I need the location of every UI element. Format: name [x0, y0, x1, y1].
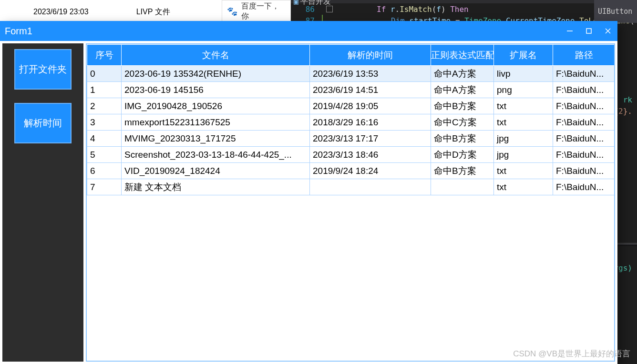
header-filename[interactable]: 文件名 — [122, 45, 310, 66]
cell[interactable]: 2 — [87, 98, 122, 114]
cell[interactable]: 2019/4/28 19:05 — [310, 98, 431, 114]
cell[interactable]: F:\BaiduN... — [553, 82, 615, 98]
header-ext[interactable]: 扩展名 — [494, 45, 553, 66]
cell[interactable]: MVIMG_20230313_171725 — [122, 131, 310, 147]
cell[interactable]: txt — [494, 114, 553, 131]
cell[interactable]: livp — [494, 66, 553, 82]
cell[interactable]: jpg — [494, 131, 553, 147]
cell[interactable]: 0 — [87, 66, 122, 82]
cell[interactable]: Screenshot_2023-03-13-18-46-44-425_... — [122, 147, 310, 163]
cell[interactable]: 命中A方案 — [431, 66, 494, 82]
cell[interactable]: 4 — [87, 131, 122, 147]
header-regex-result[interactable]: 正则表达式匹配结果 — [431, 45, 494, 66]
cell[interactable] — [431, 179, 494, 195]
cell[interactable]: 命中A方案 — [431, 82, 494, 98]
cell[interactable]: 2023/3/13 17:17 — [310, 131, 431, 147]
ide-control-fragment: UIButton — [594, 0, 637, 23]
cell[interactable]: 6 — [87, 163, 122, 179]
table-row[interactable]: 4MVIMG_20230313_1717252023/3/13 17:17命中B… — [87, 131, 615, 147]
cell[interactable]: 命中D方案 — [431, 147, 494, 163]
cell[interactable]: 新建 文本文档 — [122, 179, 310, 195]
cell[interactable]: 1 — [87, 82, 122, 98]
table-row[interactable]: 2IMG_20190428_1905262019/4/28 19:05命中B方案… — [87, 98, 615, 114]
browser-tab-fragment: 🐾 百度一下，你 — [222, 0, 291, 23]
cell[interactable]: F:\BaiduN... — [553, 114, 615, 131]
form-body: 打开文件夹 解析时间 序号 文件名 解析的时间 正则表达式匹配结果 扩展名 路径 — [0, 41, 617, 364]
cell[interactable]: 命中B方案 — [431, 163, 494, 179]
cell[interactable]: 命中B方案 — [431, 98, 494, 114]
cell[interactable]: F:\BaiduN... — [553, 179, 615, 195]
cell[interactable]: F:\BaiduN... — [553, 131, 615, 147]
browser-tab-text: 百度一下，你 — [241, 1, 286, 21]
open-folder-button[interactable]: 打开文件夹 — [14, 49, 72, 90]
maximize-icon — [586, 28, 592, 34]
form1-window: Form1 打开文件夹 解析时间 序号 文件名 — [0, 21, 617, 364]
cell[interactable]: 2018/3/29 16:16 — [310, 114, 431, 131]
header-path[interactable]: 路径 — [553, 45, 615, 66]
table-row[interactable]: 6VID_20190924_1824242019/9/24 18:24命中B方案… — [87, 163, 615, 179]
header-row: 序号 文件名 解析的时间 正则表达式匹配结果 扩展名 路径 — [87, 45, 615, 66]
cell[interactable]: 2023/6/19 14:51 — [310, 82, 431, 98]
baidu-paw-icon: 🐾 — [227, 6, 237, 17]
table-row[interactable]: 5Screenshot_2023-03-13-18-46-44-425_...2… — [87, 147, 615, 163]
cell[interactable]: 2023/3/13 18:46 — [310, 147, 431, 163]
cell[interactable]: mmexport1522311367525 — [122, 114, 310, 131]
table-row[interactable]: 12023-06-19 1451562023/6/19 14:51命中A方案pn… — [87, 82, 615, 98]
cell[interactable]: 2019/9/24 18:24 — [310, 163, 431, 179]
header-index[interactable]: 序号 — [87, 45, 122, 66]
cell[interactable]: 7 — [87, 179, 122, 195]
cell[interactable]: F:\BaiduN... — [553, 163, 615, 179]
table-row[interactable]: 02023-06-19 135342(RENHE)2023/6/19 13:53… — [87, 66, 615, 82]
header-parsed-time[interactable]: 解析的时间 — [310, 45, 431, 66]
cell[interactable]: F:\BaiduN... — [553, 66, 615, 82]
ide-tabbar: ▣ 平台开发 — [291, 0, 637, 3]
cell[interactable]: 命中C方案 — [431, 114, 494, 131]
ide-hint-rk: rk — [623, 95, 632, 104]
cell[interactable]: jpg — [494, 147, 553, 163]
cell[interactable]: F:\BaiduN... — [553, 147, 615, 163]
cell[interactable]: png — [494, 82, 553, 98]
parse-time-button[interactable]: 解析时间 — [14, 103, 72, 143]
cell[interactable]: F:\BaiduN... — [553, 98, 615, 114]
cell[interactable]: 2023-06-19 135342(RENHE) — [122, 66, 310, 82]
window-title-bar[interactable]: Form1 — [0, 21, 617, 41]
window-title: Form1 — [5, 26, 560, 37]
cell[interactable]: txt — [494, 179, 553, 195]
cell[interactable]: 2023/6/19 13:53 — [310, 66, 431, 82]
file-date: 2023/6/19 23:03 — [24, 8, 98, 16]
cell[interactable]: 3 — [87, 114, 122, 131]
close-icon — [605, 28, 611, 34]
svg-rect-1 — [586, 29, 591, 33]
cell[interactable]: 命中B方案 — [431, 131, 494, 147]
table-row[interactable]: 3mmexport15223113675252018/3/29 16:16命中C… — [87, 114, 615, 131]
table-row[interactable]: 7新建 文本文档txtF:\BaiduN... — [87, 179, 615, 195]
maximize-button[interactable] — [579, 21, 598, 41]
data-grid[interactable]: 序号 文件名 解析的时间 正则表达式匹配结果 扩展名 路径 02023-06-1… — [86, 43, 615, 362]
cell[interactable]: txt — [494, 98, 553, 114]
file-type: LIVP 文件 — [127, 7, 180, 17]
code-line-86: 86 If r.IsMatch(f) Then — [291, 3, 637, 15]
csdn-watermark: CSDN @VB是世界上最好的语言 — [513, 348, 630, 359]
sidebar: 打开文件夹 解析时间 — [2, 43, 83, 362]
cell[interactable]: txt — [494, 163, 553, 179]
cell[interactable]: 2023-06-19 145156 — [122, 82, 310, 98]
close-button[interactable] — [598, 21, 617, 41]
cell[interactable] — [310, 179, 431, 195]
cell[interactable]: IMG_20190428_190526 — [122, 98, 310, 114]
cell[interactable]: 5 — [87, 147, 122, 163]
minimize-button[interactable] — [560, 21, 579, 41]
cell[interactable]: VID_20190924_182424 — [122, 163, 310, 179]
minimize-icon — [566, 28, 573, 34]
